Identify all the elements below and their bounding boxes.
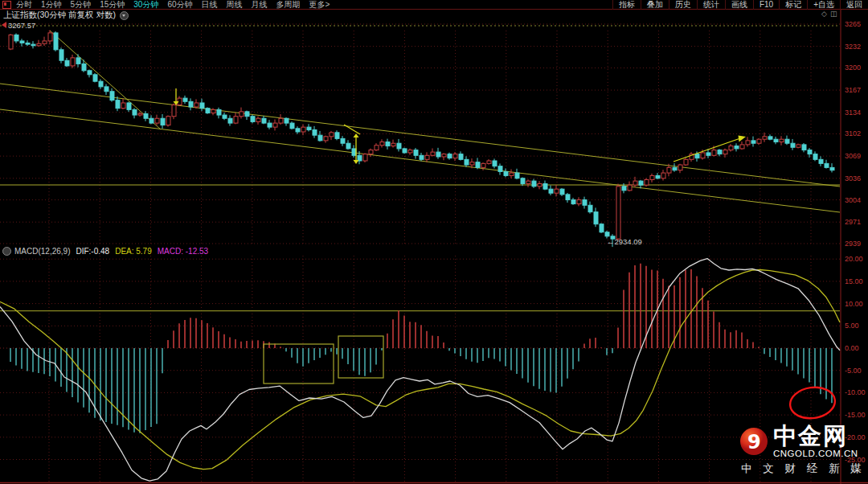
macd-axis-label: -10.00 — [845, 389, 868, 396]
toolbar-action-统计[interactable]: 统计 — [697, 0, 725, 10]
macd-axis-label: 15.00 — [845, 278, 868, 285]
toolbar-action-+自选[interactable]: +自选 — [807, 0, 840, 10]
chart-title-row: 上证指数(30分钟 前复权 对数) — [3, 10, 129, 20]
price-axis-label: 3232 — [845, 43, 868, 51]
period-tab-多周期[interactable]: 多周期 — [276, 0, 301, 10]
price-axis-label: 3134 — [845, 109, 868, 117]
chart-canvas[interactable] — [0, 0, 868, 484]
svg-text:9: 9 — [747, 431, 761, 453]
period-tab-15分钟[interactable]: 15分钟 — [100, 0, 125, 10]
macd-axis-label: -15.00 — [845, 412, 868, 419]
watermark-brand: 中金网 — [773, 425, 858, 448]
low-price-label: ←2934.09 — [607, 237, 642, 246]
period-tab-日线[interactable]: 日线 — [202, 0, 218, 10]
price-axis-label: 2939 — [845, 240, 868, 248]
toolbar-action-返回[interactable]: 返回 — [840, 0, 868, 10]
toolbar-action-标记[interactable]: 标记 — [779, 0, 807, 10]
watermark: 9 中金网 CNGOLD.COM.CN 中 文 财 经 新 媒 体 — [739, 425, 860, 476]
price-axis-label: 3167 — [845, 87, 868, 94]
price-axis-label: 3265 — [845, 21, 868, 28]
chart-title: 上证指数(30分钟 前复权 对数) — [3, 10, 116, 21]
macd-indicator-label: MACD(12,26,9) — [14, 247, 70, 256]
period-tab-60分钟[interactable]: 60分钟 — [167, 0, 192, 10]
toolbar-action-历史[interactable]: 历史 — [669, 0, 697, 10]
watermark-tagline: 中 文 财 经 新 媒 体 — [741, 461, 860, 476]
period-tab-1分钟[interactable]: 1分钟 — [41, 0, 62, 10]
macd-value: MACD: -12.53 — [158, 247, 208, 256]
period-tab-5分钟[interactable]: 5分钟 — [71, 0, 92, 10]
diamond-icon[interactable]: ◇ — [821, 10, 830, 18]
macd-axis-label: 10.00 — [845, 301, 868, 308]
period-tab-更多>[interactable]: 更多> — [309, 0, 330, 10]
watermark-domain: CNGOLD.COM.CN — [773, 449, 858, 458]
toolbar-action-画线[interactable]: 画线 — [725, 0, 753, 10]
price-marker-row: 3267.57 — [2, 21, 35, 29]
period-tab-月线[interactable]: 月线 — [252, 0, 268, 10]
grid-layout-icon[interactable] — [2, 1, 11, 9]
macd-label-row: MACD(12,26,9) DIF:-0.48 DEA: 5.79 MACD: … — [2, 246, 208, 256]
dif-value: DIF:-0.48 — [76, 247, 109, 256]
price-marker-value: 3267.57 — [8, 21, 35, 30]
price-axis-label: 3069 — [845, 153, 868, 160]
chart-window-controls: ◇◫ — [821, 10, 840, 18]
period-tab-周线[interactable]: 周线 — [227, 0, 243, 10]
trading-app-window: 分时1分钟5分钟15分钟30分钟60分钟日线周线月线多周期更多> 指标叠加历史统… — [0, 0, 868, 484]
macd-axis-label: 20.00 — [845, 256, 868, 263]
toolbar-action-指标[interactable]: 指标 — [612, 0, 641, 10]
price-axis-label: 3102 — [845, 130, 868, 137]
toolbar-action-叠加[interactable]: 叠加 — [641, 0, 669, 10]
macd-axis-label: 5.00 — [845, 322, 868, 330]
price-marker-icon — [2, 22, 6, 28]
chevron-down-icon[interactable] — [120, 11, 129, 20]
price-axis-label: 2971 — [845, 219, 868, 226]
period-toolbar: 分时1分钟5分钟15分钟30分钟60分钟日线周线月线多周期更多> 指标叠加历史统… — [0, 0, 868, 10]
cngold-logo-icon: 9 — [739, 427, 768, 456]
period-tabs: 分时1分钟5分钟15分钟30分钟60分钟日线周线月线多周期更多> — [16, 0, 338, 10]
indicator-settings-icon[interactable] — [2, 247, 11, 256]
price-axis-label: 3200 — [845, 64, 868, 72]
toolbar-actions: 指标叠加历史统计画线F10标记+自选返回 — [612, 0, 868, 10]
dea-value: DEA: 5.79 — [115, 247, 152, 256]
toolbar-action-F10[interactable]: F10 — [753, 0, 779, 10]
macd-axis-label: 0.00 — [845, 345, 868, 352]
price-axis-label: 3004 — [845, 197, 868, 204]
period-tab-30分钟[interactable]: 30分钟 — [133, 0, 158, 10]
split-pane-icon[interactable]: ◫ — [830, 10, 841, 18]
price-axis-label: 3036 — [845, 175, 868, 183]
period-tab-分时[interactable]: 分时 — [16, 0, 32, 10]
macd-axis-label: -5.00 — [845, 367, 868, 375]
